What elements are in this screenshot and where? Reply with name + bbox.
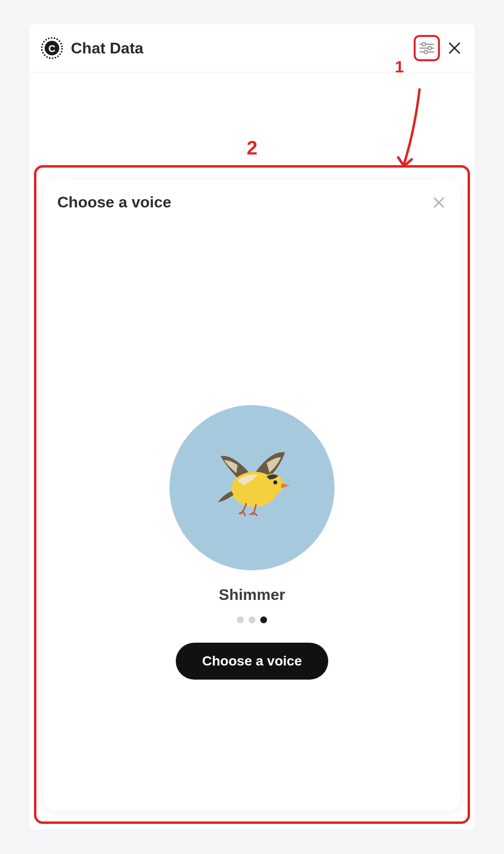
chat-panel: C Chat Data 1 <box>29 24 475 830</box>
card-title: Choose a voice <box>57 193 171 211</box>
close-panel-button[interactable] <box>446 39 463 57</box>
choose-voice-card: Choose a voice <box>44 180 460 810</box>
card-header: Choose a voice <box>57 193 447 211</box>
app-title: Chat Data <box>71 39 414 57</box>
close-icon <box>433 196 445 209</box>
pagination-dot-2[interactable] <box>260 616 267 623</box>
annotation-label-2: 2 <box>247 137 257 159</box>
close-card-button[interactable] <box>431 195 447 210</box>
choose-voice-button[interactable]: Choose a voice <box>176 643 328 680</box>
svg-point-15 <box>273 480 277 484</box>
annotation-label-1: 1 <box>395 57 404 76</box>
app-logo: C <box>41 37 63 59</box>
settings-button[interactable] <box>414 35 440 61</box>
annotation-arrow-icon <box>391 86 430 174</box>
svg-point-6 <box>428 47 432 50</box>
svg-point-4 <box>422 43 426 46</box>
svg-point-8 <box>424 51 428 54</box>
voice-name-label: Shimmer <box>219 586 286 604</box>
header-actions <box>414 35 463 61</box>
pagination-dot-1[interactable] <box>249 616 255 623</box>
logo-c-icon: C <box>41 37 63 59</box>
header: C Chat Data <box>29 24 475 72</box>
card-body: Shimmer Choose a voice <box>57 211 447 791</box>
pagination-dot-0[interactable] <box>237 616 244 623</box>
svg-text:C: C <box>49 43 55 54</box>
voice-avatar[interactable] <box>169 405 335 570</box>
bird-icon <box>203 446 301 529</box>
settings-sliders-icon <box>418 41 436 55</box>
close-icon <box>448 41 461 55</box>
pagination-dots <box>237 616 267 623</box>
